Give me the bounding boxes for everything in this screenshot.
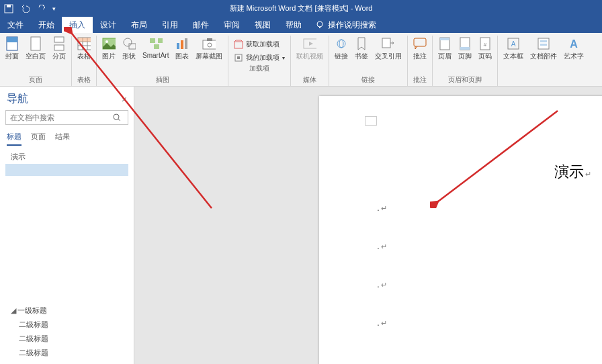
pagenum-icon: #	[478, 37, 492, 50]
get-addins-button[interactable]: 获取加载项	[232, 38, 286, 50]
svg-rect-35	[414, 38, 426, 46]
link-button[interactable]: 链接	[333, 36, 349, 62]
comment-button[interactable]: 批注	[412, 36, 428, 62]
quick-parts-button[interactable]: 文档部件	[529, 36, 558, 62]
link-label: 链接	[335, 52, 348, 61]
redo-icon[interactable]	[36, 5, 46, 13]
search-icon[interactable]	[113, 113, 128, 122]
svg-rect-23	[181, 40, 183, 49]
paragraph[interactable]: .↵	[377, 202, 387, 213]
group-addins-label: 加载项	[249, 64, 269, 75]
document-page[interactable]: 演示↵ .↵ .↵ .↵ .↵	[319, 96, 602, 364]
screenshot-button[interactable]: 屏幕截图	[194, 36, 224, 62]
group-pages-label: 页面	[29, 75, 42, 86]
tab-layout[interactable]: 布局	[124, 17, 155, 33]
svg-text:A: A	[570, 38, 578, 50]
chart-label: 图表	[175, 52, 189, 61]
svg-rect-37	[440, 38, 449, 40]
page-break-icon	[52, 37, 66, 50]
my-addins-button[interactable]: 我的加载项▾	[232, 52, 286, 64]
pictures-label: 图片	[102, 52, 116, 61]
tab-home[interactable]: 开始	[31, 17, 62, 33]
tab-insert[interactable]: 插入	[62, 17, 93, 33]
window-title: 新建 Microsoft Word 文档 [兼容模式] - Word	[230, 3, 373, 13]
svg-rect-28	[234, 42, 243, 48]
paragraph[interactable]: .↵	[377, 279, 387, 289]
tab-help[interactable]: 帮助	[278, 17, 309, 33]
svg-rect-39	[460, 47, 470, 50]
paragraph[interactable]: .↵	[377, 240, 387, 251]
quickparts-label: 文档部件	[530, 52, 557, 61]
page-number-button[interactable]: #页码	[477, 36, 493, 62]
pictures-button[interactable]: 图片	[101, 36, 117, 62]
nav-heading-item-selected[interactable]	[5, 164, 128, 176]
nav-heading-item[interactable]: 二级标题	[5, 318, 128, 332]
word-art-button[interactable]: A艺术字	[562, 36, 585, 62]
wordart-label: 艺术字	[564, 52, 584, 61]
video-icon	[303, 37, 316, 50]
header-icon	[438, 37, 452, 50]
tab-review[interactable]: 审阅	[216, 17, 247, 33]
nav-heading-item[interactable]: 演示	[5, 150, 128, 164]
cross-reference-button[interactable]: 交叉引用	[374, 36, 403, 62]
nav-pane-title: 导航	[7, 92, 28, 106]
tab-view[interactable]: 视图	[247, 17, 278, 33]
svg-rect-22	[177, 43, 179, 49]
blank-page-button[interactable]: 空白页	[24, 36, 47, 62]
nav-search-box[interactable]	[5, 110, 128, 125]
table-button[interactable]: 表格	[76, 36, 92, 62]
chart-button[interactable]: 图表	[174, 36, 190, 62]
group-comments-label: 批注	[413, 75, 427, 86]
smartart-button[interactable]: SmartArt	[141, 36, 170, 60]
nav-heading-item[interactable]: 二级标题	[5, 346, 128, 360]
nav-search-input[interactable]	[6, 113, 113, 122]
svg-rect-26	[207, 38, 212, 41]
online-video-button[interactable]: 联机视频	[295, 36, 325, 62]
paragraph[interactable]: .↵	[377, 317, 387, 328]
svg-rect-1	[7, 5, 11, 7]
tab-references[interactable]: 引用	[155, 17, 185, 33]
nav-tab-headings[interactable]: 标题	[7, 129, 22, 146]
cover-page-button[interactable]: 封面	[4, 36, 20, 62]
group-text: A文本框 文档部件 A艺术字	[498, 36, 589, 86]
lightbulb-icon	[316, 21, 324, 29]
group-illustrations: 图片 形状 SmartArt 图表 屏幕截图 插图	[97, 36, 228, 86]
nav-tab-pages[interactable]: 页面	[31, 129, 46, 146]
shapes-button[interactable]: 形状	[121, 36, 137, 62]
content-control-marker	[365, 116, 377, 126]
svg-rect-19	[150, 38, 155, 43]
page-break-button[interactable]: 分页	[51, 36, 67, 62]
qat-customize-icon[interactable]: ▾	[52, 5, 56, 12]
group-media: 联机视频 媒体	[291, 36, 329, 86]
footer-button[interactable]: 页脚	[457, 36, 473, 62]
paragraph-mark-icon: ↵	[381, 242, 387, 251]
nav-tab-results[interactable]: 结果	[55, 129, 70, 146]
smartart-icon	[149, 37, 163, 50]
tab-design[interactable]: 设计	[93, 17, 124, 33]
bookmark-button[interactable]: 书签	[353, 36, 370, 62]
save-icon[interactable]	[4, 4, 13, 13]
nav-heading-item[interactable]: ◢一级标题	[5, 304, 128, 318]
svg-rect-7	[54, 37, 64, 42]
svg-point-17	[124, 38, 132, 46]
text-box-button[interactable]: A文本框	[502, 36, 525, 62]
undo-icon[interactable]	[20, 5, 30, 13]
ribbon: 封面 空白页 分页 页面 表格 表格 图片 形状 SmartArt 图表 屏幕截…	[0, 33, 602, 87]
navigation-pane: 导航 × 标题 页面 结果 演示 ◢一级标题 二级标题 二级标题 二级标题	[0, 87, 134, 364]
group-hf-label: 页眉和页脚	[448, 75, 482, 86]
svg-rect-34	[382, 38, 390, 48]
svg-rect-24	[185, 38, 187, 49]
header-button[interactable]: 页眉	[437, 36, 453, 62]
comment-icon	[413, 37, 427, 50]
tell-me[interactable]: 操作说明搜索	[316, 19, 376, 31]
group-tables: 表格 表格	[72, 36, 97, 86]
tab-file[interactable]: 文件	[0, 17, 31, 33]
tab-mailings[interactable]: 邮件	[185, 17, 216, 33]
document-viewport[interactable]: 演示↵ .↵ .↵ .↵ .↵	[134, 87, 602, 364]
get-addins-label: 获取加载项	[246, 40, 280, 49]
nav-heading-item[interactable]: 二级标题	[5, 332, 128, 346]
svg-rect-21	[154, 44, 159, 49]
link-icon	[335, 37, 348, 50]
document-heading[interactable]: 演示↵	[554, 162, 591, 182]
nav-close-button[interactable]: ×	[122, 94, 127, 105]
